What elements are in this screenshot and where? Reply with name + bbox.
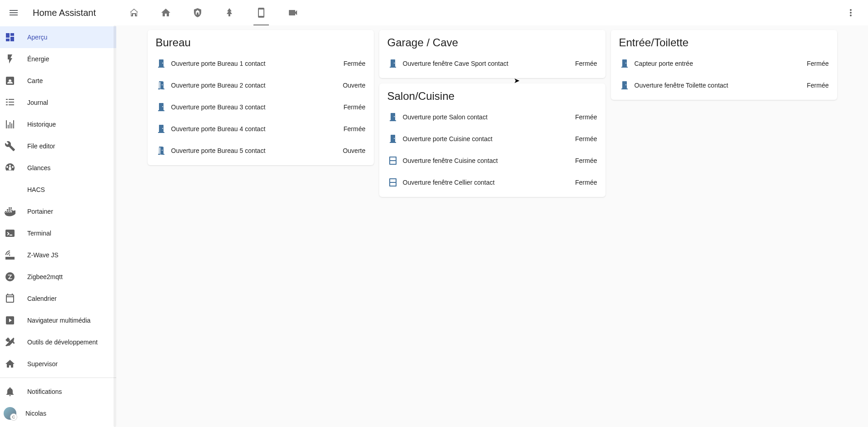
app-title: Home Assistant bbox=[33, 8, 96, 18]
sidebar-item-label: Carte bbox=[27, 77, 43, 84]
entity-state: Ouverte bbox=[343, 147, 366, 154]
sidebar-item-energie[interactable]: Énergie bbox=[0, 48, 116, 70]
sidebar-item-supervisor[interactable]: Supervisor bbox=[0, 353, 116, 375]
sidebar-item-notifications[interactable]: Notifications bbox=[0, 381, 116, 402]
entity-name: Ouverture fenêtre Cuisine contact bbox=[403, 157, 575, 164]
entity-name: Ouverture porte Bureau 1 contact bbox=[171, 60, 344, 67]
sidebar-item-label: Aperçu bbox=[27, 34, 47, 41]
card-salon: Salon/Cuisine Ouverture porte Salon cont… bbox=[379, 83, 605, 197]
entity-name: Ouverture fenêtre Cellier contact bbox=[403, 179, 575, 186]
entity-name: Ouverture porte Bureau 2 contact bbox=[171, 82, 343, 89]
tab-video[interactable] bbox=[283, 0, 303, 25]
door-closed-icon bbox=[619, 80, 635, 91]
tab-home-assistant[interactable] bbox=[124, 0, 144, 25]
door-closed-icon bbox=[156, 58, 171, 69]
entity-row[interactable]: Ouverture fenêtre Toilette contact Fermé… bbox=[619, 74, 829, 96]
tab-devices[interactable] bbox=[252, 0, 271, 25]
calendar-icon bbox=[5, 293, 15, 304]
console-icon bbox=[5, 228, 15, 239]
entity-row[interactable]: Ouverture porte Bureau 3 contact Fermée bbox=[156, 96, 366, 118]
sidebar-item-label: Outils de développement bbox=[27, 339, 98, 346]
entity-state: Fermée bbox=[575, 113, 597, 121]
menu-icon[interactable] bbox=[5, 4, 23, 22]
sidebar-list: Aperçu Énergie Carte Journal Historique … bbox=[0, 25, 116, 427]
overflow-menu-button[interactable] bbox=[842, 4, 860, 22]
entity-row[interactable]: Ouverture fenêtre Cave Sport contact Fer… bbox=[387, 53, 597, 74]
hammer-icon bbox=[5, 337, 15, 348]
tab-nature[interactable] bbox=[220, 0, 239, 25]
docker-icon bbox=[5, 206, 15, 217]
sidebar-item-zwave[interactable]: Z-Wave JS bbox=[0, 244, 116, 266]
tab-home[interactable] bbox=[156, 0, 175, 25]
sidebar-header: Home Assistant bbox=[0, 0, 116, 25]
entity-name: Ouverture fenêtre Toilette contact bbox=[635, 82, 807, 89]
sidebar-item-historique[interactable]: Historique bbox=[0, 113, 116, 135]
sidebar-item-label: Calendrier bbox=[27, 295, 57, 302]
entity-row[interactable]: Ouverture porte Cuisine contact Fermée bbox=[387, 128, 597, 150]
entity-name: Ouverture porte Salon contact bbox=[403, 113, 575, 121]
dashboard-content: Bureau Ouverture porte Bureau 1 contact … bbox=[116, 25, 868, 427]
bell-icon bbox=[5, 386, 15, 397]
sidebar-item-apercu[interactable]: Aperçu bbox=[0, 26, 116, 48]
sidebar-item-hacs[interactable]: HACS bbox=[0, 179, 116, 201]
entity-state: Fermée bbox=[343, 125, 365, 133]
sidebar-item-label: Terminal bbox=[27, 230, 51, 237]
door-open-icon bbox=[156, 145, 171, 156]
door-closed-icon bbox=[156, 102, 171, 113]
sidebar-item-journal[interactable]: Journal bbox=[0, 92, 116, 113]
sidebar-item-label: HACS bbox=[27, 186, 45, 193]
sidebar-item-label: Zigbee2mqtt bbox=[27, 273, 63, 280]
entity-state: Fermée bbox=[575, 135, 597, 142]
account-box-icon bbox=[5, 75, 15, 86]
entity-row[interactable]: Capteur porte entrée Fermée bbox=[619, 53, 829, 74]
sidebar-item-portainer[interactable]: Portainer bbox=[0, 201, 116, 222]
entity-name: Ouverture porte Bureau 4 contact bbox=[171, 125, 344, 133]
sidebar-item-terminal[interactable]: Terminal bbox=[0, 222, 116, 244]
sidebar-item-zigbee[interactable]: Zigbee2mqtt bbox=[0, 266, 116, 288]
avatar bbox=[4, 407, 16, 420]
entity-state: Ouverte bbox=[343, 82, 366, 89]
card-garage: Garage / Cave Ouverture fenêtre Cave Spo… bbox=[379, 30, 605, 78]
entity-state: Fermée bbox=[343, 60, 365, 67]
tab-security[interactable] bbox=[188, 0, 207, 25]
wrench-icon bbox=[5, 141, 15, 152]
entity-row[interactable]: Ouverture porte Bureau 4 contact Fermée bbox=[156, 118, 366, 140]
sidebar-item-glances[interactable]: Glances bbox=[0, 157, 116, 179]
video-icon bbox=[288, 7, 298, 18]
zigbee-icon bbox=[5, 271, 15, 282]
card-bureau: Bureau Ouverture porte Bureau 1 contact … bbox=[148, 30, 374, 165]
door-closed-icon bbox=[387, 58, 403, 69]
home-icon bbox=[160, 7, 171, 18]
sidebar-item-media[interactable]: Navigateur multimédia bbox=[0, 309, 116, 331]
gauge-icon bbox=[5, 162, 15, 173]
entity-row[interactable]: Ouverture porte Salon contact Fermée bbox=[387, 106, 597, 128]
entity-name: Ouverture porte Bureau 3 contact bbox=[171, 103, 344, 111]
sidebar-item-label: Nicolas bbox=[25, 410, 46, 417]
sidebar-item-carte[interactable]: Carte bbox=[0, 70, 116, 92]
entity-row[interactable]: Ouverture fenêtre Cellier contact Fermée bbox=[387, 172, 597, 193]
entity-row[interactable]: Ouverture porte Bureau 2 contact Ouverte bbox=[156, 74, 366, 96]
blank-icon bbox=[5, 184, 15, 195]
sidebar-item-label: Énergie bbox=[27, 55, 49, 63]
card-entree: Entrée/Toilette Capteur porte entrée Fer… bbox=[611, 30, 837, 100]
sidebar-item-devtools[interactable]: Outils de développement bbox=[0, 331, 116, 353]
sidebar-item-file-editor[interactable]: File editor bbox=[0, 135, 116, 157]
sidebar: Home Assistant Aperçu Énergie Carte Jour… bbox=[0, 0, 116, 427]
topbar bbox=[116, 0, 868, 25]
entity-row[interactable]: Ouverture porte Bureau 1 contact Fermée bbox=[156, 53, 366, 74]
flash-icon bbox=[5, 54, 15, 64]
column-1: Bureau Ouverture porte Bureau 1 contact … bbox=[148, 30, 374, 165]
list-icon bbox=[5, 97, 15, 108]
sidebar-item-calendrier[interactable]: Calendrier bbox=[0, 288, 116, 309]
home-assistant-icon bbox=[5, 358, 15, 369]
entity-row[interactable]: Ouverture porte Bureau 5 contact Ouverte bbox=[156, 140, 366, 162]
entity-row[interactable]: Ouverture fenêtre Cuisine contact Fermée bbox=[387, 150, 597, 172]
card-title: Salon/Cuisine bbox=[387, 90, 597, 103]
column-2: Garage / Cave Ouverture fenêtre Cave Spo… bbox=[379, 30, 605, 197]
dots-vertical-icon bbox=[845, 7, 856, 18]
sidebar-item-user[interactable]: Nicolas bbox=[0, 402, 116, 424]
sidebar-item-label: Glances bbox=[27, 164, 50, 172]
window-icon bbox=[387, 177, 403, 188]
entity-name: Ouverture fenêtre Cave Sport contact bbox=[403, 60, 575, 67]
entity-name: Ouverture porte Bureau 5 contact bbox=[171, 147, 343, 154]
